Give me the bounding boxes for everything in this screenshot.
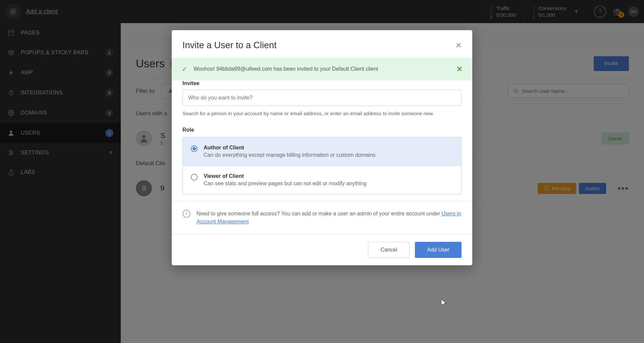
close-button[interactable]: ×: [455, 40, 462, 51]
role-description: Can see stats and preview pages but can …: [204, 181, 367, 187]
radio-icon: [191, 174, 198, 181]
check-icon: ✓: [182, 65, 187, 73]
radio-icon: [191, 145, 198, 152]
role-option-viewer[interactable]: Viewer of Client Can see stats and previ…: [183, 165, 461, 194]
info-text: Need to give someone full access? You ca…: [197, 210, 462, 226]
success-message: Woohoo! 94bbda99@uifeed.com has been inv…: [194, 66, 451, 72]
success-banner: ✓ Woohoo! 94bbda99@uifeed.com has been i…: [172, 58, 472, 80]
role-options: Author of Client Can do everything excep…: [182, 137, 462, 194]
dialog-header: Invite a User to a Client ×: [172, 30, 472, 58]
invitee-label: Invitee: [182, 80, 462, 86]
dismiss-banner-button[interactable]: ×: [457, 64, 462, 74]
role-title: Author of Client: [204, 145, 375, 151]
role-option-author[interactable]: Author of Client Can do everything excep…: [183, 137, 461, 165]
invitee-hint: Search for a person in your account by n…: [182, 110, 462, 118]
role-title: Viewer of Client: [204, 173, 367, 179]
dialog-footer: Cancel Add User: [172, 234, 472, 265]
cancel-button[interactable]: Cancel: [368, 242, 410, 258]
role-description: Can do everything except manage billing …: [204, 152, 375, 158]
info-section: i Need to give someone full access? You …: [172, 201, 472, 234]
invite-user-dialog: Invite a User to a Client × ✓ Woohoo! 94…: [172, 30, 472, 265]
info-icon: i: [182, 210, 191, 218]
add-user-button[interactable]: Add User: [415, 242, 462, 258]
role-label: Role: [182, 127, 462, 133]
dialog-title: Invite a User to a Client: [182, 40, 277, 51]
invitee-input[interactable]: [182, 90, 462, 106]
